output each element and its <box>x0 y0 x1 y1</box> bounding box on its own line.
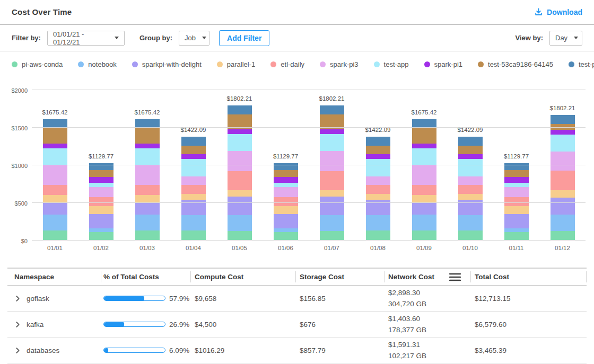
bar-segment-spark-pi3[interactable] <box>181 176 206 185</box>
bar-segment-spark-pi3[interactable] <box>89 187 113 197</box>
group-by-select[interactable]: Job <box>179 31 209 46</box>
bar-segment-etl-daily[interactable] <box>458 185 483 194</box>
legend-item-notebook[interactable]: notebook <box>78 60 117 68</box>
bar-segment-test-pkix[interactable] <box>458 137 483 146</box>
bar-segment-test-app[interactable] <box>458 159 483 176</box>
bar-segment-notebook[interactable] <box>551 215 575 231</box>
bar-segment-spark-pi1[interactable] <box>43 144 67 148</box>
bar-segment-sparkpi-with-delight[interactable] <box>504 214 529 228</box>
bar-01/09[interactable]: $1675.42 <box>412 119 436 241</box>
bar-segment-spark-pi3[interactable] <box>412 165 436 185</box>
bar-segment-pi-aws-conda[interactable] <box>274 232 298 241</box>
bar-segment-spark-pi3[interactable] <box>504 187 529 197</box>
bar-segment-parallel-1[interactable] <box>274 206 298 214</box>
bar-segment-spark-pi3[interactable] <box>458 176 483 185</box>
bar-01/08[interactable]: $1422.09 <box>366 137 390 241</box>
legend-item-etl-daily[interactable]: etl-daily <box>270 60 304 68</box>
bar-segment-test-pkix[interactable] <box>551 115 575 125</box>
bar-segment-test-app[interactable] <box>228 134 252 151</box>
bar-segment-test-app[interactable] <box>504 183 529 187</box>
bar-segment-spark-pi1[interactable] <box>551 130 575 135</box>
view-by-select[interactable]: Day <box>549 31 582 46</box>
bar-segment-notebook[interactable] <box>412 215 436 231</box>
bar-segment-pi-aws-conda[interactable] <box>320 231 344 241</box>
legend-item-spark-pi1[interactable]: spark-pi1 <box>424 60 462 68</box>
bar-segment-sparkpi-with-delight[interactable] <box>551 198 575 215</box>
expand-chevron-icon[interactable] <box>14 347 21 354</box>
bar-01/05[interactable]: $1802.21 <box>228 105 252 241</box>
bar-segment-test-pkix[interactable] <box>274 163 298 170</box>
bar-segment-spark-pi3[interactable] <box>43 165 67 185</box>
bar-segment-sparkpi-with-delight[interactable] <box>412 202 436 214</box>
bar-segment-notebook[interactable] <box>135 215 160 231</box>
bar-segment-test-app[interactable] <box>366 159 390 176</box>
bar-segment-notebook[interactable] <box>458 215 483 230</box>
bar-segment-parallel-1[interactable] <box>320 190 344 197</box>
date-range-select[interactable]: 01/01/21 - 01/12/21 <box>47 31 125 46</box>
bar-segment-pi-aws-conda[interactable] <box>181 230 206 241</box>
bar-segment-sparkpi-with-delight[interactable] <box>320 197 344 216</box>
bar-segment-parallel-1[interactable] <box>458 194 483 200</box>
bar-segment-etl-daily[interactable] <box>43 185 67 196</box>
bar-segment-etl-daily[interactable] <box>89 197 113 206</box>
bar-segment-parallel-1[interactable] <box>181 194 206 200</box>
bar-segment-notebook[interactable] <box>504 228 529 233</box>
legend-item-test-53ca9186-64145[interactable]: test-53ca9186-64145 <box>478 60 553 68</box>
bar-segment-notebook[interactable] <box>43 215 67 231</box>
bar-segment-etl-daily[interactable] <box>181 185 206 194</box>
bar-01/02[interactable]: $1129.77 <box>89 163 113 241</box>
bar-segment-spark-pi1[interactable] <box>412 144 436 148</box>
bar-segment-etl-daily[interactable] <box>504 197 529 206</box>
bar-segment-test-app[interactable] <box>412 148 436 165</box>
bar-segment-pi-aws-conda[interactable] <box>551 231 575 241</box>
bar-segment-notebook[interactable] <box>274 228 298 233</box>
bar-01/04[interactable]: $1422.09 <box>181 137 206 241</box>
bar-segment-test-53ca9186-64145[interactable] <box>274 170 298 177</box>
bar-segment-etl-daily[interactable] <box>366 185 390 194</box>
bar-segment-test-app[interactable] <box>320 134 344 151</box>
bar-segment-spark-pi1[interactable] <box>366 154 390 159</box>
bar-segment-parallel-1[interactable] <box>551 190 575 198</box>
bar-segment-etl-daily[interactable] <box>135 185 160 196</box>
bar-segment-parallel-1[interactable] <box>89 206 113 214</box>
bar-segment-sparkpi-with-delight[interactable] <box>135 202 160 214</box>
bar-01/07[interactable]: $1802.21 <box>320 105 344 241</box>
bar-segment-pi-aws-conda[interactable] <box>135 230 160 241</box>
bar-segment-etl-daily[interactable] <box>320 171 344 190</box>
bar-segment-test-app[interactable] <box>181 159 206 176</box>
bar-segment-etl-daily[interactable] <box>412 185 436 196</box>
column-header-percent-of-total-costs[interactable]: % of Total Costs <box>101 269 190 285</box>
table-row-kafka[interactable]: kafka26.9%$4,500$676$1,403.60178,377 GB$… <box>7 312 587 338</box>
legend-item-sparkpi-with-delight[interactable]: sparkpi-with-delight <box>132 60 202 68</box>
bar-segment-pi-aws-conda[interactable] <box>366 230 390 241</box>
bar-segment-spark-pi3[interactable] <box>135 165 160 185</box>
bar-segment-spark-pi1[interactable] <box>89 177 113 183</box>
bar-segment-test-53ca9186-64145[interactable] <box>181 146 206 154</box>
column-header-total-cost[interactable]: Total Cost <box>470 269 587 285</box>
bar-segment-notebook[interactable] <box>228 215 252 230</box>
bar-segment-spark-pi3[interactable] <box>228 151 252 171</box>
bar-01/06[interactable]: $1129.77 <box>274 163 298 241</box>
bar-01/11[interactable]: $1129.77 <box>504 163 529 241</box>
bar-01/01[interactable]: $1675.42 <box>43 119 67 241</box>
bar-segment-parallel-1[interactable] <box>504 206 529 214</box>
bar-segment-test-pkix[interactable] <box>181 137 206 146</box>
bar-segment-spark-pi1[interactable] <box>181 154 206 159</box>
bar-segment-test-app[interactable] <box>274 183 298 187</box>
bar-segment-spark-pi3[interactable] <box>320 151 344 171</box>
bar-segment-pi-aws-conda[interactable] <box>228 231 252 241</box>
bar-segment-notebook[interactable] <box>320 215 344 230</box>
bar-segment-parallel-1[interactable] <box>366 194 390 200</box>
bar-segment-test-pkix[interactable] <box>89 163 113 170</box>
bar-01/10[interactable]: $1422.09 <box>458 137 483 241</box>
bar-segment-test-app[interactable] <box>551 135 575 152</box>
bar-segment-pi-aws-conda[interactable] <box>504 232 529 241</box>
bar-segment-spark-pi1[interactable] <box>135 144 160 148</box>
bar-01/12[interactable]: $1802.21 <box>551 115 575 241</box>
expand-chevron-icon[interactable] <box>14 295 21 302</box>
column-header-network-cost[interactable]: Network Cost <box>384 269 470 285</box>
expand-chevron-icon[interactable] <box>14 321 21 328</box>
table-menu-icon[interactable] <box>449 273 461 281</box>
bar-segment-test-53ca9186-64145[interactable] <box>458 146 483 154</box>
bar-segment-parallel-1[interactable] <box>412 195 436 202</box>
